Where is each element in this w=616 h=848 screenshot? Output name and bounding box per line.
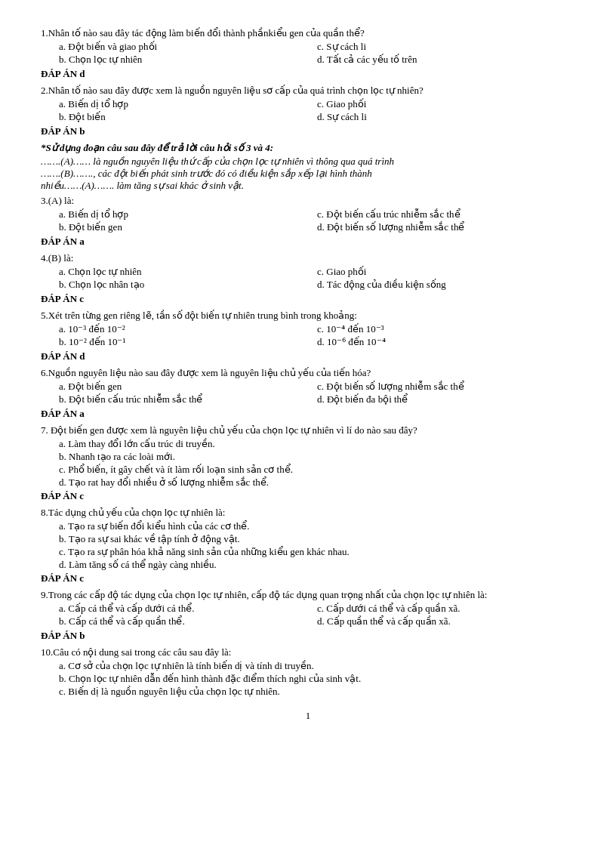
italic-block: …….(A)…… là nguồn nguyên liệu thứ cấp củ… [41, 156, 575, 192]
option-6a: a. Đột biến gen [59, 381, 317, 393]
answer-5: ĐÁP ÁN d [41, 350, 575, 362]
question-7-title: 7. Đột biến gen được xem là nguyên liệu … [41, 424, 575, 436]
option-5b: b. 10⁻² đến 10⁻¹ [59, 336, 317, 348]
option-1b: b. Chọn lọc tự nhiên [59, 54, 317, 66]
answer-4: ĐÁP ÁN c [41, 293, 575, 305]
option-4d: d. Tác động của điều kiện sống [317, 279, 575, 291]
question-7: 7. Đột biến gen được xem là nguyên liệu … [41, 424, 575, 502]
question-9-options: a. Cấp cá thể và cấp dưới cá thể. c. Cấp… [59, 603, 575, 628]
option-6c: c. Đột biến số lượng nhiễm sắc thể [317, 381, 575, 393]
question-7-options: a. Làm thay đổi lớn cấu trúc di truyền. … [59, 438, 575, 489]
question-3-title: 3.(A) là: [41, 195, 575, 207]
option-5d: d. 10⁻⁶ đến 10⁻⁴ [317, 336, 575, 348]
question-2-title: 2.Nhân tố nào sau đây được xem là nguồn … [41, 85, 575, 97]
option-4c: c. Giao phối [317, 266, 575, 278]
answer-9: ĐÁP ÁN b [41, 630, 575, 642]
option-1d: d. Tất cả các yếu tố trên [317, 54, 575, 66]
answer-1: ĐÁP ÁN d [41, 68, 575, 80]
option-6d: d. Đột biến đa bội thể [317, 393, 575, 405]
option-1c: c. Sự cách li [317, 41, 575, 53]
option-8a: a. Tạo ra sự biến đổi kiểu hình của các … [59, 520, 575, 532]
question-3: 3.(A) là: a. Biến dị tổ hợp c. Đột biến … [41, 195, 575, 248]
option-9a: a. Cấp cá thể và cấp dưới cá thể. [59, 603, 317, 615]
option-9b: b. Cấp cá thể và cấp quần thể. [59, 615, 317, 628]
option-7a: a. Làm thay đổi lớn cấu trúc di truyền. [59, 438, 575, 450]
answer-3: ĐÁP ÁN a [41, 236, 575, 248]
option-3d: d. Đột biến số lượng nhiễm sắc thể [317, 221, 575, 233]
option-7d: d. Tạo rat hay đổi nhiều ở số lượng nhiễ… [59, 476, 575, 489]
question-2-options: a. Biến dị tổ hợp c. Giao phối b. Đột bi… [59, 98, 575, 124]
question-1: 1.Nhân tố nào sau đây tác động làm biến … [41, 27, 575, 80]
answer-8: ĐÁP ÁN c [41, 572, 575, 584]
answer-2: ĐÁP ÁN b [41, 125, 575, 137]
question-6-options: a. Đột biến gen c. Đột biến số lượng nhi… [59, 381, 575, 406]
question-1-options: a. Đột biến và giao phối c. Sự cách li b… [59, 41, 575, 66]
question-10: 10.Câu có nội dung sai trong các câu sau… [41, 646, 575, 698]
italic-line-3: nhiều……(A)……. làm tăng sự sai khác ở sin… [41, 180, 575, 192]
option-3c: c. Đột biến cấu trúc nhiễm sắc thể [317, 208, 575, 220]
option-5c: c. 10⁻⁴ đến 10⁻³ [317, 323, 575, 335]
question-8: 8.Tác dụng chủ yếu của chọn lọc tự nhiên… [41, 507, 575, 584]
option-2a: a. Biến dị tổ hợp [59, 98, 317, 110]
question-6-title: 6.Nguồn nguyên liệu nào sau đây được xem… [41, 367, 575, 379]
option-8d: d. Làm tăng số cá thể ngày càng nhiều. [59, 559, 575, 571]
italic-line-1: …….(A)…… là nguồn nguyên liệu thứ cấp củ… [41, 156, 575, 168]
question-4-options: a. Chọn lọc tự nhiên c. Giao phối b. Chọ… [59, 266, 575, 291]
question-10-title: 10.Câu có nội dung sai trong các câu sau… [41, 646, 575, 658]
page-number: 1 [41, 710, 575, 722]
option-3b: b. Đột biến gen [59, 221, 317, 233]
question-8-title: 8.Tác dụng chủ yếu của chọn lọc tự nhiên… [41, 507, 575, 519]
option-9c: c. Cấp dưới cá thể và cấp quần xã. [317, 603, 575, 615]
question-3-options: a. Biến dị tổ hợp c. Đột biến cấu trúc n… [59, 208, 575, 234]
page: 1.Nhân tố nào sau đây tác động làm biến … [41, 27, 575, 821]
option-2b: b. Đột biến [59, 111, 317, 123]
option-5a: a. 10⁻³ đến 10⁻² [59, 323, 317, 335]
question-4-title: 4.(B) là: [41, 252, 575, 264]
option-7c: c. Phổ biến, ít gây chết và ít làm rối l… [59, 464, 575, 476]
question-8-options: a. Tạo ra sự biến đổi kiểu hình của các … [59, 520, 575, 571]
answer-7: ĐÁP ÁN c [41, 490, 575, 502]
question-5-options: a. 10⁻³ đến 10⁻² c. 10⁻⁴ đến 10⁻³ b. 10⁻… [59, 323, 575, 349]
question-1-title: 1.Nhân tố nào sau đây tác động làm biến … [41, 27, 575, 39]
option-2d: d. Sự cách li [317, 111, 575, 123]
question-5-title: 5.Xét trên từng gen riêng lẽ, tần số đột… [41, 310, 575, 322]
option-7b: b. Nhanh tạo ra các loài mới. [59, 451, 575, 463]
option-2c: c. Giao phối [317, 98, 575, 110]
italic-line-2: …….(B)……., các đột biến phát sinh trước … [41, 168, 575, 180]
option-6b: b. Đột biến cấu trúc nhiễm sắc thể [59, 393, 317, 405]
option-3a: a. Biến dị tổ hợp [59, 208, 317, 220]
option-4a: a. Chọn lọc tự nhiên [59, 266, 317, 278]
option-4b: b. Chọn lọc nhân tạo [59, 279, 317, 291]
question-9-title: 9.Trong các cấp độ tác dụng của chọn lọc… [41, 589, 575, 601]
question-10-options: a. Cơ sở của chọn lọc tự nhiên là tính b… [59, 660, 575, 698]
question-4: 4.(B) là: a. Chọn lọc tự nhiên c. Giao p… [41, 252, 575, 305]
option-10b: b. Chọn lọc tự nhiên dẫn đến hình thành … [59, 673, 575, 685]
usage-title: *Sử dụng đoạn câu sau đây để trả lời câu… [41, 142, 575, 154]
option-10c: c. Biến dị là nguồn nguyên liệu của chọn… [59, 686, 575, 698]
question-2: 2.Nhân tố nào sau đây được xem là nguồn … [41, 85, 575, 137]
option-8b: b. Tạo ra sự sai khác về tập tính ở động… [59, 533, 575, 545]
option-10a: a. Cơ sở của chọn lọc tự nhiên là tính b… [59, 660, 575, 672]
answer-6: ĐÁP ÁN a [41, 408, 575, 420]
question-5: 5.Xét trên từng gen riêng lẽ, tần số đột… [41, 310, 575, 362]
question-9: 9.Trong các cấp độ tác dụng của chọn lọc… [41, 589, 575, 642]
option-8c: c. Tạo ra sự phân hóa khả năng sinh sản … [59, 546, 575, 558]
question-6: 6.Nguồn nguyên liệu nào sau đây được xem… [41, 367, 575, 420]
option-1a: a. Đột biến và giao phối [59, 41, 317, 53]
option-9d: d. Cấp quần thể và cấp quần xã. [317, 615, 575, 628]
